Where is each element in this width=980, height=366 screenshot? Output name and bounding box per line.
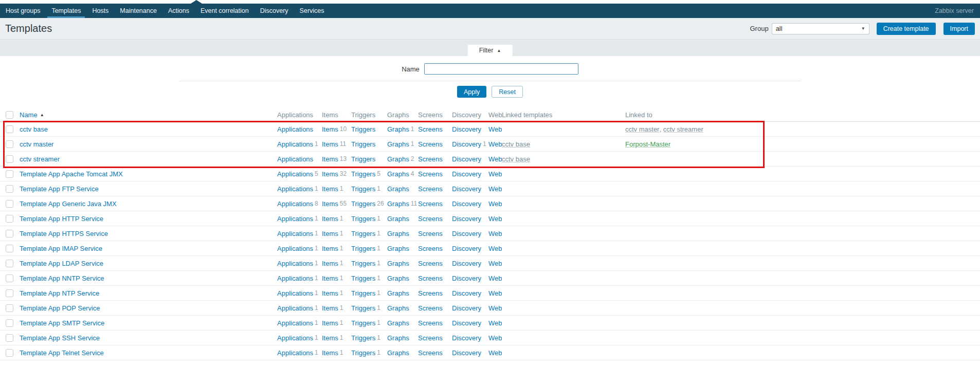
graphs-link[interactable]: Graphs [387,274,409,282]
screens-link[interactable]: Screens [418,140,443,148]
row-checkbox[interactable] [6,349,13,357]
screens-link[interactable]: Screens [418,230,443,237]
graphs-link[interactable]: Graphs [387,170,409,178]
items-link[interactable]: Items [322,319,338,327]
triggers-link[interactable]: Triggers [351,140,375,148]
triggers-link[interactable]: Triggers [351,185,375,193]
discovery-link[interactable]: Discovery [452,155,481,163]
web-link[interactable]: Web [488,245,502,252]
items-link[interactable]: Items [322,245,338,252]
applications-link[interactable]: Applications [277,185,313,193]
template-name-link[interactable]: Template App LDAP Service [20,260,103,267]
screens-link[interactable]: Screens [418,200,443,208]
template-name-link[interactable]: Template App POP Service [20,304,100,312]
row-checkbox[interactable] [6,170,13,178]
web-link[interactable]: Web [488,349,502,357]
triggers-link[interactable]: Triggers [351,334,375,342]
applications-link[interactable]: Applications [277,125,313,133]
screens-link[interactable]: Screens [418,245,443,252]
row-checkbox[interactable] [6,245,13,252]
graphs-link[interactable]: Graphs [387,185,409,193]
template-name-link[interactable]: Template App FTP Service [20,185,99,193]
discovery-link[interactable]: Discovery [452,245,481,252]
triggers-link[interactable]: Triggers [351,155,375,163]
triggers-link[interactable]: Triggers [351,349,375,357]
web-link[interactable]: Web [488,260,502,267]
web-link[interactable]: Web [488,334,502,342]
row-checkbox[interactable] [6,230,13,237]
items-link[interactable]: Items [322,260,338,267]
web-link[interactable]: Web [488,274,502,282]
linked-to-host-link[interactable]: Forpost-Master [625,140,670,148]
discovery-link[interactable]: Discovery [452,289,481,297]
row-checkbox[interactable] [6,215,13,223]
graphs-link[interactable]: Graphs [387,155,409,163]
graphs-link[interactable]: Graphs [387,200,409,208]
items-link[interactable]: Items [322,349,338,357]
items-link[interactable]: Items [322,230,338,237]
applications-link[interactable]: Applications [277,230,313,237]
nav-item-services[interactable]: Services [294,4,330,18]
template-name-link[interactable]: cctv master [20,140,53,148]
screens-link[interactable]: Screens [418,319,443,327]
discovery-link[interactable]: Discovery [452,349,481,357]
template-name-link[interactable]: Template App Generic Java JMX [20,200,117,208]
discovery-link[interactable]: Discovery [452,230,481,237]
web-link[interactable]: Web [488,140,502,148]
applications-link[interactable]: Applications [277,274,313,282]
template-name-link[interactable]: Template App NTP Service [20,289,99,297]
items-link[interactable]: Items [322,289,338,297]
linked-to-template-link[interactable]: cctv master [625,125,659,133]
triggers-link[interactable]: Triggers [351,274,375,282]
applications-link[interactable]: Applications [277,245,313,252]
items-link[interactable]: Items [322,334,338,342]
items-link[interactable]: Items [322,215,338,223]
applications-link[interactable]: Applications [277,215,313,223]
filter-tab[interactable]: Filter ▲ [468,45,513,56]
row-checkbox[interactable] [6,200,13,208]
items-link[interactable]: Items [322,185,338,193]
web-link[interactable]: Web [488,289,502,297]
web-link[interactable]: Web [488,304,502,312]
nav-item-event-correlation[interactable]: Event correlation [195,4,255,18]
linked-template-link[interactable]: cctv base [502,140,530,148]
linked-template-link[interactable]: cctv base [502,155,530,163]
triggers-link[interactable]: Triggers [351,289,375,297]
screens-link[interactable]: Screens [418,289,443,297]
row-checkbox[interactable] [6,289,13,297]
graphs-link[interactable]: Graphs [387,289,409,297]
triggers-link[interactable]: Triggers [351,215,375,223]
template-name-link[interactable]: Template App SSH Service [20,334,100,342]
template-name-link[interactable]: Template App HTTP Service [20,215,103,223]
template-name-link[interactable]: cctv streamer [20,155,60,163]
group-select[interactable]: all ▼ [772,23,869,34]
row-checkbox[interactable] [6,274,13,282]
row-checkbox[interactable] [6,155,13,163]
triggers-link[interactable]: Triggers [351,245,375,252]
graphs-link[interactable]: Graphs [387,125,409,133]
applications-link[interactable]: Applications [277,170,313,178]
row-checkbox[interactable] [6,125,13,133]
discovery-link[interactable]: Discovery [452,319,481,327]
items-link[interactable]: Items [322,155,338,163]
screens-link[interactable]: Screens [418,274,443,282]
graphs-link[interactable]: Graphs [387,319,409,327]
nav-item-hosts[interactable]: Hosts [86,4,114,18]
discovery-link[interactable]: Discovery [452,304,481,312]
template-name-link[interactable]: Template App SMTP Service [20,319,104,327]
graphs-link[interactable]: Graphs [387,304,409,312]
name-filter-input[interactable] [424,63,578,75]
reset-button[interactable]: Reset [492,86,523,98]
triggers-link[interactable]: Triggers [351,125,375,133]
nav-item-templates[interactable]: Templates [46,4,86,18]
template-name-link[interactable]: Template App Apache Tomcat JMX [20,170,123,178]
triggers-link[interactable]: Triggers [351,170,375,178]
template-name-link[interactable]: Template App IMAP Service [20,245,102,252]
triggers-link[interactable]: Triggers [351,304,375,312]
web-link[interactable]: Web [488,230,502,237]
discovery-link[interactable]: Discovery [452,140,481,148]
linked-to-template-link[interactable]: cctv streamer [663,125,703,133]
items-link[interactable]: Items [322,274,338,282]
graphs-link[interactable]: Graphs [387,245,409,252]
discovery-link[interactable]: Discovery [452,274,481,282]
